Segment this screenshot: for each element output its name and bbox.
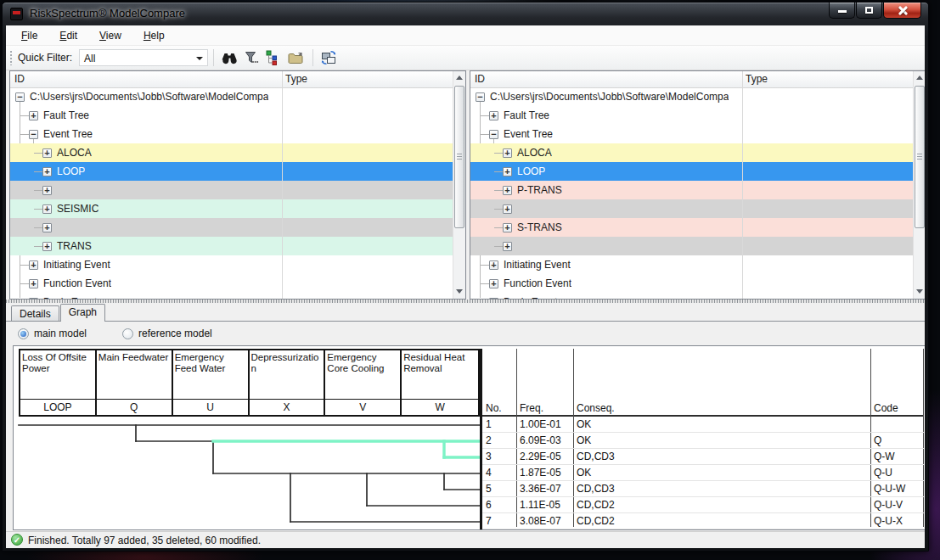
tree-row-label: S-TRANS xyxy=(512,221,562,233)
column-header-id[interactable]: ID xyxy=(14,73,25,85)
expand-icon[interactable]: + xyxy=(503,223,512,232)
menu-view[interactable]: View xyxy=(88,27,132,44)
tree-row-trans[interactable]: +TRANS xyxy=(10,237,453,255)
tree-row-initiating-event[interactable]: +Initiating Event xyxy=(10,255,453,274)
tree-row-c-users-jrs-documents-jobb-software-modelcompa[interactable]: −C:\Users\jrs\Documents\Jobb\Software\Mo… xyxy=(470,87,913,106)
expand-icon[interactable]: + xyxy=(489,111,498,120)
tree-row-initiating-event[interactable]: +Initiating Event xyxy=(470,255,913,274)
et-column-name: Emergency Core Cooling xyxy=(325,350,402,399)
title-bar[interactable]: RiskSpectrum® ModelCompare xyxy=(3,3,928,25)
scrollbar-thumb[interactable] xyxy=(454,86,464,228)
menu-bar: FileEditViewHelp xyxy=(6,25,925,46)
expand-icon[interactable]: + xyxy=(42,242,52,251)
tree-row-aloca[interactable]: +ALOCA xyxy=(470,143,913,162)
vertical-scrollbar[interactable] xyxy=(913,71,925,299)
open-folder-button[interactable] xyxy=(286,48,307,68)
tree-row-basic-event[interactable]: +Basic Event xyxy=(10,293,453,299)
tree-row-p-trans[interactable]: +P-TRANS xyxy=(470,181,913,199)
compare-models-button[interactable] xyxy=(319,48,340,68)
tree-row-fault-tree[interactable]: +Fault Tree xyxy=(470,106,913,125)
scrollbar-thumb[interactable] xyxy=(915,86,925,228)
results-header-code[interactable]: Code xyxy=(874,402,898,414)
tree-row-loop[interactable]: +LOOP xyxy=(10,162,453,181)
expand-icon[interactable]: + xyxy=(29,260,38,270)
reference-model-radio[interactable] xyxy=(122,328,133,339)
collapse-icon[interactable]: − xyxy=(29,130,38,139)
expand-icon[interactable]: + xyxy=(42,148,52,158)
quick-filter-label: Quick Filter: xyxy=(18,52,72,64)
results-row-4[interactable]: 41.87E-05OKQ-U xyxy=(482,465,924,481)
expand-icon[interactable]: + xyxy=(29,298,38,300)
expand-icon[interactable]: + xyxy=(42,204,52,214)
results-row-2[interactable]: 26.09E-03OKQ xyxy=(482,433,924,449)
tree-row-basic-event[interactable]: +Basic Event xyxy=(470,293,913,299)
scroll-down-icon[interactable] xyxy=(454,285,464,298)
filter-button[interactable] xyxy=(242,48,262,68)
tree-row-s-trans[interactable]: +S-TRANS xyxy=(470,218,913,237)
results-header-no[interactable]: No. xyxy=(486,402,502,414)
expand-icon[interactable]: + xyxy=(29,111,38,120)
tree-row-seismic[interactable]: +SEISMIC xyxy=(10,199,453,218)
tree-row-loop[interactable]: +LOOP xyxy=(470,162,913,181)
scrollbar-grip xyxy=(457,154,462,160)
expand-icon[interactable]: + xyxy=(489,279,498,288)
expand-icon[interactable]: + xyxy=(42,186,52,195)
maximize-button[interactable] xyxy=(856,3,882,19)
tree-row-c-users-jrs-documents-jobb-software-modelcompa[interactable]: −C:\Users\jrs\Documents\Jobb\Software\Mo… xyxy=(10,87,453,106)
tree-view-button[interactable] xyxy=(264,48,284,68)
toolbar-grip[interactable] xyxy=(9,50,13,65)
column-header-type[interactable]: Type xyxy=(746,73,768,85)
menu-file[interactable]: File xyxy=(14,27,48,44)
menu-edit[interactable]: Edit xyxy=(48,27,88,44)
expand-icon[interactable]: + xyxy=(489,298,498,300)
collapse-icon[interactable]: − xyxy=(15,92,25,102)
collapse-icon[interactable]: − xyxy=(489,130,498,139)
tree-row-function-event[interactable]: +Function Event xyxy=(10,274,453,293)
expand-icon[interactable]: + xyxy=(29,279,38,288)
tab-graph[interactable]: Graph xyxy=(60,304,105,322)
collapse-icon[interactable]: − xyxy=(476,92,485,102)
tree-row-event-tree[interactable]: −Event Tree xyxy=(470,125,913,143)
expand-icon[interactable]: + xyxy=(503,204,512,214)
tree-row[interactable]: + xyxy=(10,181,453,199)
column-header-type[interactable]: Type xyxy=(285,73,307,85)
results-row-1[interactable]: 11.00E-01OK xyxy=(482,417,924,433)
close-button[interactable] xyxy=(883,3,921,19)
tree-rows-left: −C:\Users\jrs\Documents\Jobb\Software\Mo… xyxy=(10,87,453,299)
et-column-code: U xyxy=(173,400,250,416)
expand-icon[interactable]: + xyxy=(42,167,52,176)
scroll-up-icon[interactable] xyxy=(454,72,464,85)
expand-icon[interactable]: + xyxy=(503,167,512,176)
column-header-id[interactable]: ID xyxy=(475,73,485,85)
results-row-3[interactable]: 32.29E-05CD,CD3Q-W xyxy=(482,449,924,465)
menu-help[interactable]: Help xyxy=(132,27,176,44)
quick-filter-combobox[interactable]: All xyxy=(79,49,208,66)
scroll-up-icon[interactable] xyxy=(915,72,925,85)
expand-icon[interactable]: + xyxy=(489,260,498,270)
cell-conseq: OK xyxy=(573,465,870,480)
main-model-radio[interactable] xyxy=(18,328,29,339)
results-header-freq[interactable]: Freq. xyxy=(520,402,543,414)
expand-icon[interactable]: + xyxy=(503,242,512,251)
expand-icon[interactable]: + xyxy=(503,186,512,195)
tree-row-label: Initiating Event xyxy=(498,259,571,271)
results-row-5[interactable]: 53.36E-07CD,CD3Q-U-W xyxy=(482,481,924,497)
expand-icon[interactable]: + xyxy=(42,223,52,232)
scroll-down-icon[interactable] xyxy=(915,285,925,298)
tree-row-fault-tree[interactable]: +Fault Tree xyxy=(10,106,453,125)
tree-row[interactable]: + xyxy=(10,218,453,237)
tab-details[interactable]: Details xyxy=(11,305,59,321)
vertical-scrollbar[interactable] xyxy=(453,71,465,299)
results-header-conseq[interactable]: Conseq. xyxy=(577,402,615,414)
results-row-6[interactable]: 61.11E-05CD,CD2Q-U-V xyxy=(482,497,924,513)
expand-icon[interactable]: + xyxy=(503,148,512,158)
tree-row[interactable]: + xyxy=(470,237,913,255)
tree-row-function-event[interactable]: +Function Event xyxy=(470,274,913,293)
results-row-7[interactable]: 73.08E-07CD,CD2Q-U-X xyxy=(482,513,924,529)
cell-code: Q-U-X xyxy=(870,513,923,529)
find-button[interactable] xyxy=(220,48,240,68)
tree-row-event-tree[interactable]: −Event Tree xyxy=(10,125,453,143)
tree-row[interactable]: + xyxy=(470,199,913,218)
tree-row-aloca[interactable]: +ALOCA xyxy=(10,143,453,162)
minimize-button[interactable] xyxy=(829,3,855,19)
